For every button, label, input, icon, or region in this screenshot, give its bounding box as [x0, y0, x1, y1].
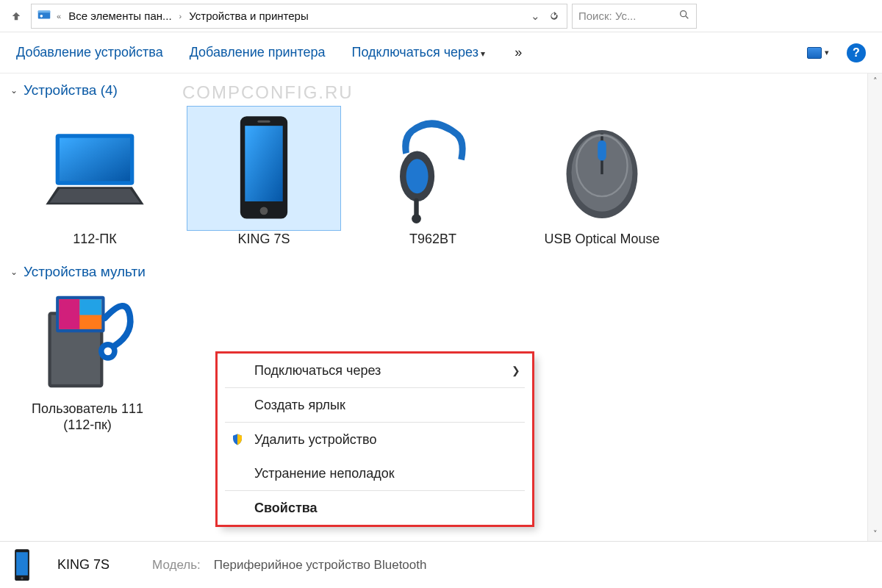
- svg-rect-25: [59, 299, 79, 329]
- chevron-down-icon: ⌄: [10, 85, 18, 96]
- content-area: COMPCONFIG.RU ⌄ Устройства (4) 112-ПК: [0, 74, 882, 541]
- group-title: Устройства мульти: [24, 264, 146, 280]
- media-server-icon: [32, 287, 143, 397]
- svg-point-11: [260, 207, 268, 215]
- phone-icon: [227, 113, 301, 223]
- mouse-icon: [554, 113, 650, 223]
- address-bar: « Все элементы пан... › Устройства и при…: [0, 0, 882, 32]
- scrollbar-track[interactable]: [868, 88, 882, 526]
- breadcrumb-dropdown-icon[interactable]: ⌄: [527, 8, 543, 24]
- menu-item-create-shortcut[interactable]: Создать ярлык: [218, 388, 532, 422]
- chevron-down-icon: ⌄: [10, 267, 18, 277]
- add-printer-button[interactable]: Добавление принтера: [190, 45, 326, 60]
- view-mode-button[interactable]: ▾: [807, 47, 829, 59]
- breadcrumb[interactable]: « Все элементы пан... › Устройства и при…: [31, 4, 567, 29]
- search-placeholder: Поиск: Ус...: [578, 10, 674, 22]
- menu-item-label: Устранение неполадок: [254, 466, 395, 481]
- svg-marker-8: [50, 189, 140, 203]
- svg-line-4: [686, 16, 688, 18]
- device-item-mouse[interactable]: USB Optical Mouse: [525, 106, 679, 248]
- device-item-media-user[interactable]: Пользователь 111 (112-пк): [18, 283, 157, 434]
- help-button[interactable]: ?: [847, 43, 866, 62]
- device-label: USB Optical Mouse: [525, 231, 679, 248]
- menu-item-label: Удалить устройство: [254, 432, 376, 448]
- breadcrumb-back-icon: «: [57, 12, 61, 21]
- group-header-multimedia[interactable]: ⌄ Устройства мульти: [0, 255, 882, 283]
- search-icon: [678, 9, 690, 23]
- menu-item-label: Свойства: [254, 501, 318, 516]
- search-input[interactable]: Поиск: Ус...: [572, 4, 697, 29]
- device-label: T962BT: [356, 231, 510, 248]
- breadcrumb-item[interactable]: Устройства и принтеры: [186, 10, 311, 22]
- menu-item-remove-device[interactable]: Удалить устройство: [218, 423, 532, 456]
- devices-grid: 112-ПК KING 7S: [0, 101, 882, 255]
- overflow-button[interactable]: »: [512, 45, 525, 60]
- vertical-scrollbar[interactable]: ˄ ˅: [867, 74, 882, 541]
- svg-point-31: [21, 577, 23, 579]
- connect-via-dropdown[interactable]: Подключаться через: [352, 45, 486, 60]
- submenu-arrow-icon: ❯: [512, 365, 520, 376]
- device-label: 112-ПК: [18, 231, 172, 248]
- scroll-up-icon[interactable]: ˄: [868, 74, 882, 88]
- refresh-icon[interactable]: [546, 8, 562, 24]
- bluetooth-headset-icon: [385, 113, 481, 223]
- up-arrow-icon: [10, 10, 23, 23]
- svg-point-14: [406, 159, 429, 193]
- group-header-devices[interactable]: ⌄ Устройства (4): [0, 74, 882, 101]
- svg-point-2: [40, 15, 43, 18]
- add-device-button[interactable]: Добавление устройства: [16, 45, 163, 60]
- laptop-icon: [36, 124, 154, 212]
- device-label: KING 7S: [187, 231, 341, 248]
- svg-rect-19: [598, 140, 606, 161]
- menu-item-label: Создать ярлык: [254, 398, 345, 413]
- group-title: Устройства (4): [24, 82, 118, 98]
- details-model-value: Периферийное устройство Bluetooth: [214, 558, 427, 573]
- details-model-label: Модель:: [152, 558, 201, 573]
- svg-point-16: [412, 214, 421, 223]
- details-device-name: KING 7S: [57, 557, 110, 573]
- breadcrumb-item[interactable]: Все элементы пан...: [65, 10, 174, 22]
- svg-rect-1: [38, 11, 51, 13]
- svg-rect-10: [245, 126, 282, 201]
- svg-point-28: [104, 347, 112, 355]
- svg-rect-30: [16, 552, 28, 576]
- device-item-phone[interactable]: KING 7S: [187, 106, 341, 248]
- thumbnail-icon: [807, 47, 822, 59]
- menu-item-connect-via[interactable]: Подключаться через ❯: [218, 354, 532, 387]
- shield-icon: [229, 433, 245, 446]
- device-item-headset[interactable]: T962BT: [356, 106, 510, 248]
- chevron-right-icon: ›: [179, 12, 182, 21]
- svg-rect-12: [257, 121, 270, 123]
- details-pane: KING 7S Модель: Периферийное устройство …: [0, 541, 882, 588]
- svg-point-3: [681, 11, 686, 17]
- context-menu: Подключаться через ❯ Создать ярлык Удали…: [217, 353, 533, 526]
- nav-up-button[interactable]: [6, 6, 26, 26]
- phone-icon: [10, 548, 44, 582]
- help-icon: ?: [853, 46, 860, 60]
- menu-item-label: Подключаться через: [254, 363, 381, 379]
- command-bar: Добавление устройства Добавление принтер…: [0, 32, 882, 74]
- device-label: Пользователь 111 (112-пк): [18, 401, 157, 434]
- control-panel-icon: [36, 7, 52, 25]
- menu-item-properties[interactable]: Свойства: [218, 491, 532, 525]
- svg-rect-6: [60, 138, 130, 182]
- scroll-down-icon[interactable]: ˅: [868, 526, 882, 541]
- chevron-down-icon: ▾: [825, 48, 829, 57]
- svg-rect-26: [79, 299, 101, 315]
- menu-item-troubleshoot[interactable]: Устранение неполадок: [218, 456, 532, 490]
- device-item-pc[interactable]: 112-ПК: [18, 106, 172, 248]
